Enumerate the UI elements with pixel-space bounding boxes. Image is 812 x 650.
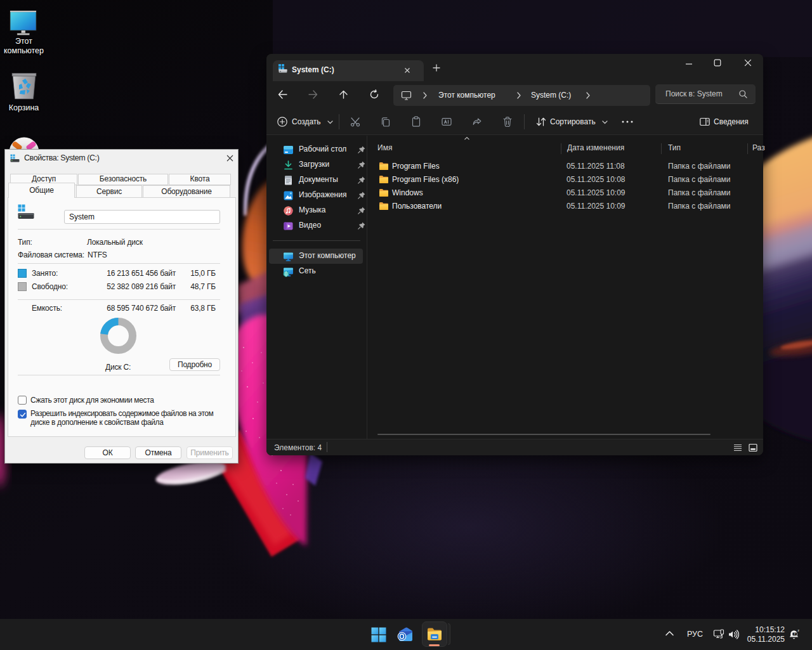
svg-text:z: z — [797, 629, 799, 632]
